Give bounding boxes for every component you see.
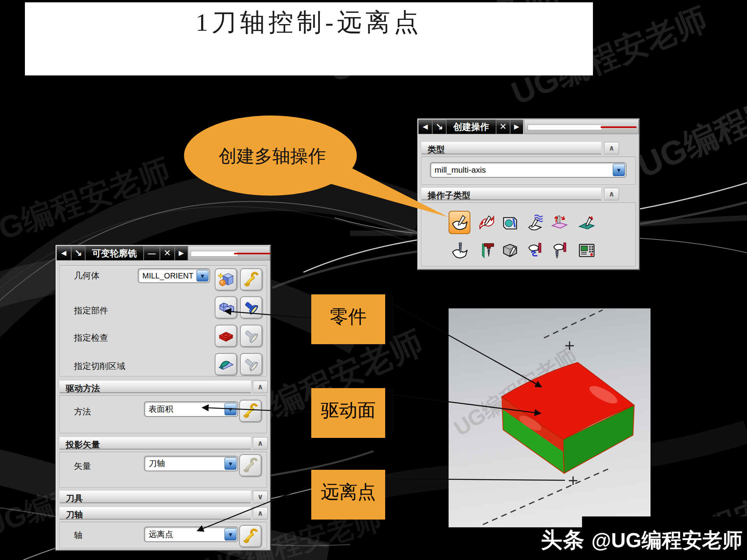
leader-drive-to-dropdown [202,408,311,412]
leader-awaypoint-to-dropdown [197,485,311,531]
brand-platform: 头条 [541,526,585,555]
callout-drive-surface: 驱动面 [311,388,385,438]
leader-awaypoint-to-cross [384,479,565,480]
brand-handle: @UG编程安老师 [591,527,743,554]
callout-away-point: 远离点 [311,470,385,520]
leader-part-to-button [225,311,311,318]
leader-part-to-model [392,304,542,387]
leader-drive-to-model [392,395,541,413]
callout-part: 零件 [311,294,385,344]
brand-watermark: 头条 @UG编程安老师 [541,526,743,555]
